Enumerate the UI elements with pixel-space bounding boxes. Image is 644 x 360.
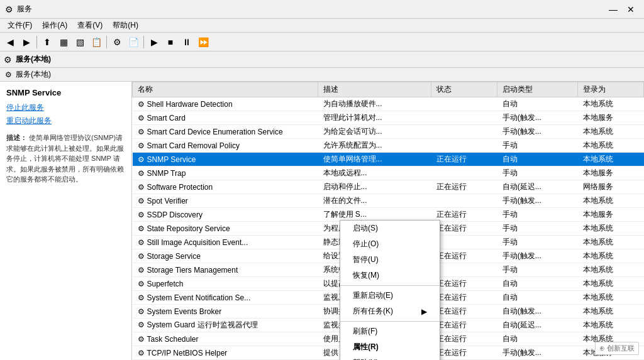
service-status: [431, 194, 497, 208]
service-startup: 手动(触发...: [497, 194, 578, 208]
table-row[interactable]: ⚙Spot Verifier 潜在的文件... 手动(触发... 本地系统: [133, 194, 644, 208]
toolbar-sep3: [143, 36, 144, 48]
service-login: 本地服务: [578, 208, 644, 222]
context-menu-label: 暂停(U): [353, 254, 379, 265]
service-name: ⚙TCP/IP NetBIOS Helper: [133, 346, 318, 360]
toolbar-forward[interactable]: ▶: [19, 35, 34, 49]
restart-service-link[interactable]: 重启动此服务: [6, 116, 125, 126]
menu-item[interactable]: 文件(F): [3, 19, 37, 32]
toolbar: ◀ ▶ ⬆ ▦ ▧ 📋 ⚙ 📄 ▶ ■ ⏸ ⏩: [0, 33, 644, 52]
service-name: ⚙Storage Tiers Management: [133, 263, 318, 277]
nav-label: 服务(本地): [16, 69, 51, 80]
context-menu-separator: [340, 285, 440, 286]
minimize-button[interactable]: —: [605, 3, 621, 16]
table-row[interactable]: ⚙Smart Card 管理此计算机对... 手动(触发... 本地服务: [133, 111, 644, 125]
toolbar-up[interactable]: ⬆: [40, 35, 55, 49]
service-name: ⚙System Events Broker: [133, 305, 318, 319]
context-menu-item[interactable]: 刷新(F): [340, 324, 440, 339]
toolbar-sep1: [36, 36, 37, 48]
service-login: 本地系统: [578, 291, 644, 305]
service-name: ⚙System Guard 运行时监视器代理: [133, 319, 318, 332]
address-icon: ⚙: [4, 55, 12, 65]
table-row[interactable]: ⚙SNMP Service 使简单网络管理... 正在运行 自动 本地系统: [133, 153, 644, 166]
service-login: 本地系统: [578, 263, 644, 277]
service-name: ⚙Storage Service: [133, 249, 318, 263]
title-bar-title: 服务: [17, 4, 605, 14]
toolbar-back[interactable]: ◀: [3, 35, 18, 49]
context-menu-label: 恢复(M): [353, 270, 379, 281]
toolbar-play[interactable]: ▶: [147, 35, 162, 49]
service-status: [431, 139, 497, 153]
menu-item[interactable]: 查看(V): [72, 19, 108, 32]
service-startup: 手动(触发...: [497, 249, 578, 263]
service-status: [431, 166, 497, 180]
toolbar-show-hide[interactable]: ▦: [56, 35, 71, 49]
service-login: 本地服务: [578, 166, 644, 180]
service-desc: 本地或远程...: [318, 166, 431, 180]
main-container: ⚙ 服务(本地) SNMP Service 停止此服务 重启动此服务 描述： 使…: [0, 68, 644, 360]
service-status: 正在运行: [431, 305, 497, 319]
toolbar-pause[interactable]: ⏸: [179, 35, 194, 49]
service-status: 正在运行: [431, 153, 497, 166]
service-status: 正在运行: [431, 222, 497, 236]
service-startup: 自动: [497, 277, 578, 291]
service-startup: 手动: [497, 222, 578, 236]
toolbar-restart[interactable]: ⏩: [196, 35, 211, 49]
toolbar-btn4[interactable]: 📋: [89, 35, 104, 49]
service-startup: 手动: [497, 263, 578, 277]
context-menu: 启动(S)停止(O)暂停(U)恢复(M)重新启动(E)所有任务(K)▶刷新(F)…: [340, 220, 440, 360]
service-name: ⚙Still Image Acquisition Event...: [133, 236, 318, 249]
service-login: 本地系统: [578, 125, 644, 139]
title-bar-icon: ⚙: [5, 4, 13, 14]
context-menu-item[interactable]: 帮助(H): [340, 355, 440, 360]
menu-item[interactable]: 操作(A): [37, 19, 72, 32]
service-startup: 自动(触发...: [497, 305, 578, 319]
service-status: [431, 125, 497, 139]
service-startup: 自动(延迟...: [497, 319, 578, 332]
service-status: [431, 111, 497, 125]
close-button[interactable]: ✕: [623, 3, 639, 16]
service-startup: 自动: [497, 332, 578, 346]
menu-item[interactable]: 帮助(H): [108, 19, 143, 32]
context-menu-item[interactable]: 重新启动(E): [340, 288, 440, 303]
context-menu-item[interactable]: 暂停(U): [340, 252, 440, 268]
address-text: 服务(本地): [16, 54, 51, 65]
content-area: SNMP Service 停止此服务 重启动此服务 描述： 使简单网络管理协议(…: [0, 82, 644, 360]
table-row[interactable]: ⚙Smart Card Device Enumeration Service 为…: [133, 125, 644, 139]
table-row[interactable]: ⚙Software Protection 启动和停止... 正在运行 自动(延迟…: [133, 180, 644, 194]
col-login[interactable]: 登录为: [578, 82, 644, 97]
context-menu-item[interactable]: 恢复(M): [340, 268, 440, 283]
stop-service-link[interactable]: 停止此服务: [6, 102, 125, 113]
service-name: ⚙Superfetch: [133, 277, 318, 291]
menu-bar: 文件(F)操作(A)查看(V)帮助(H): [0, 19, 644, 33]
context-menu-label: 帮助(H): [353, 357, 379, 360]
toolbar-properties[interactable]: ⚙: [109, 35, 125, 49]
service-desc: 允许系统配置为...: [318, 139, 431, 153]
toolbar-btn3[interactable]: ▧: [72, 35, 87, 49]
service-startup: 手动(触发...: [497, 346, 578, 360]
context-menu-label: 启动(S): [353, 223, 378, 234]
table-row[interactable]: ⚙Smart Card Removal Policy 允许系统配置为... 手动…: [133, 139, 644, 153]
col-startup[interactable]: 启动类型: [497, 82, 578, 97]
context-menu-item[interactable]: 属性(R): [340, 339, 440, 355]
toolbar-stop[interactable]: ■: [163, 35, 178, 49]
service-startup: 自动: [497, 97, 578, 111]
context-menu-item[interactable]: 启动(S): [340, 221, 440, 236]
service-startup: 手动(触发...: [497, 111, 578, 125]
service-desc: 为自动播放硬件...: [318, 97, 431, 111]
service-name: ⚙Software Protection: [133, 180, 318, 194]
col-status[interactable]: 状态: [431, 82, 497, 97]
toolbar-btn6[interactable]: 📄: [126, 35, 141, 49]
service-status: 正在运行: [431, 291, 497, 305]
service-name: ⚙Smart Card: [133, 111, 318, 125]
col-desc[interactable]: 描述: [318, 82, 431, 97]
service-login: 本地系统: [578, 194, 644, 208]
col-name[interactable]: 名称: [133, 82, 318, 97]
table-row[interactable]: ⚙Shell Hardware Detection 为自动播放硬件... 自动 …: [133, 97, 644, 111]
context-menu-item[interactable]: 所有任务(K)▶: [340, 303, 440, 319]
context-menu-item[interactable]: 停止(O): [340, 236, 440, 252]
service-name: ⚙SNMP Trap: [133, 166, 318, 180]
context-menu-label: 所有任务(K): [353, 306, 393, 317]
table-row[interactable]: ⚙SNMP Trap 本地或远程... 手动 本地服务: [133, 166, 644, 180]
service-name: ⚙SSDP Discovery: [133, 208, 318, 222]
